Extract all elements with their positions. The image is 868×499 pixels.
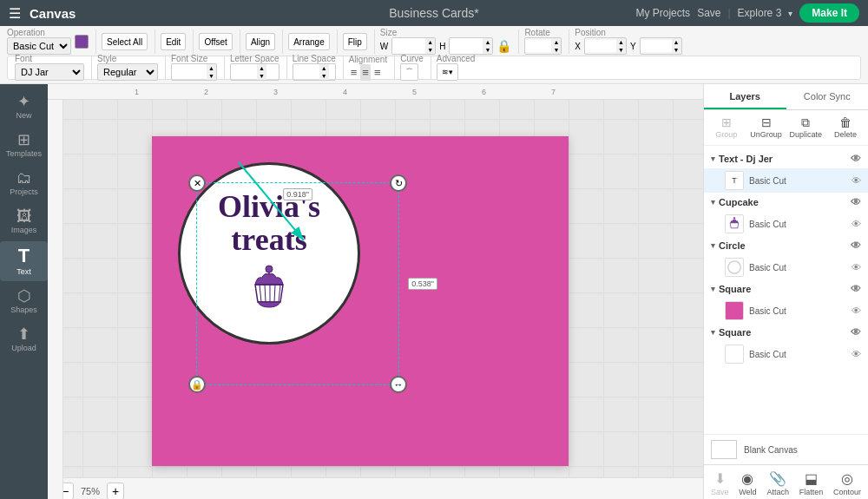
letter-space-up[interactable]: ▲ (257, 64, 266, 72)
layer-item-text-basic-cut[interactable]: T Basic Cut 👁 (704, 168, 868, 193)
width-up[interactable]: ▲ (425, 38, 435, 46)
layer-group-cupcake[interactable]: ▾ Cupcake 👁 (704, 193, 868, 212)
sidebar-item-projects[interactable]: 🗂 Projects (0, 165, 48, 201)
height-down[interactable]: ▼ (483, 46, 492, 54)
x-up[interactable]: ▲ (616, 38, 626, 46)
attach-button[interactable]: 📎 Attach (765, 470, 791, 498)
style-select[interactable]: Regular (97, 63, 158, 81)
rotate-up[interactable]: ▲ (551, 38, 561, 46)
ungroup-button[interactable]: ⊟ UnGroup (747, 114, 786, 141)
duplicate-button[interactable]: ⧉ Duplicate (787, 114, 825, 141)
layer-group-circle[interactable]: ▾ Circle 👁 (704, 236, 868, 255)
group-button[interactable]: ⊞ Group (707, 114, 746, 141)
explore-btn[interactable]: Explore 3 (738, 7, 782, 19)
square1-layer-name: Square (719, 284, 851, 294)
align-right-btn[interactable]: ≡ (372, 64, 383, 81)
layer-item-square1-basic-cut[interactable]: Basic Cut 👁 (704, 299, 868, 323)
align-left-btn[interactable]: ≡ (349, 64, 359, 81)
width-down[interactable]: ▼ (425, 46, 435, 54)
circle-layer-eye[interactable]: 👁 (851, 240, 861, 252)
font-size-down[interactable]: ▼ (207, 72, 216, 80)
circle-item-eye[interactable]: 👁 (852, 262, 861, 272)
curve-btn[interactable]: ⌒ (400, 63, 418, 81)
rotate-down[interactable]: ▼ (551, 46, 561, 54)
line-space-input[interactable]: 3 (293, 66, 319, 78)
flip-button[interactable]: Flip (343, 33, 367, 50)
layer-item-cupcake-basic-cut[interactable]: Basic Cut 👁 (704, 212, 868, 236)
sidebar-item-shapes[interactable]: ⬡ Shapes (0, 283, 48, 319)
width-input[interactable]: 0.918 (392, 37, 425, 55)
cupcake-layer-eye[interactable]: 👁 (851, 196, 861, 208)
text-item-eye[interactable]: 👁 (852, 175, 861, 186)
square1-item-eye[interactable]: 👁 (852, 305, 861, 316)
sidebar-item-templates[interactable]: ⊞ Templates (0, 127, 48, 163)
save-bottom-button[interactable]: ⬇ Save (709, 470, 731, 498)
align-button[interactable]: Align (246, 33, 275, 50)
handle-top-right[interactable]: ↻ (390, 174, 407, 192)
align-center-btn[interactable]: ≡ (360, 64, 371, 81)
tab-color-sync[interactable]: Color Sync (786, 84, 869, 109)
sidebar-item-images[interactable]: 🖼 Images (0, 203, 48, 240)
handle-bottom-right[interactable]: ↔ (390, 376, 407, 393)
sidebar-item-text[interactable]: T Text (0, 241, 48, 281)
layer-group-square1[interactable]: ▾ Square 👁 (704, 279, 868, 299)
x-input[interactable]: 3.771 (585, 40, 616, 52)
handle-bottom-left[interactable]: 🔒 (188, 376, 206, 393)
advanced-btn[interactable]: ≋▾ (437, 63, 458, 81)
line-space-up[interactable]: ▲ (319, 64, 329, 72)
font-size-input[interactable]: 17.77 (172, 66, 207, 78)
select-all-button[interactable]: Select All (102, 33, 148, 50)
circle-element[interactable]: ✕ ↻ 🔒 ↔ 0.918" 0.538" Olivia's treats (178, 162, 360, 345)
zoom-in-button[interactable]: + (107, 483, 124, 500)
canvas-area[interactable]: 1 2 3 4 5 6 7 ✕ ↻ 🔒 ↔ (48, 84, 703, 499)
y-down[interactable]: ▼ (672, 46, 681, 54)
operation-select[interactable]: Basic Cut (7, 37, 71, 55)
ungroup-label: UnGroup (750, 130, 782, 139)
x-down[interactable]: ▼ (616, 46, 626, 54)
height-input[interactable]: 0.538 (450, 37, 483, 55)
edit-button[interactable]: Edit (161, 33, 186, 50)
y-input[interactable]: 3.463 (641, 40, 672, 52)
layer-item-circle-basic-cut[interactable]: Basic Cut 👁 (704, 255, 868, 279)
weld-button[interactable]: ◉ Weld (737, 470, 758, 498)
height-up[interactable]: ▲ (483, 38, 492, 46)
square2-layer-eye[interactable]: 👁 (851, 326, 861, 338)
delete-label: Delete (834, 130, 857, 139)
my-projects-btn[interactable]: My Projects (635, 7, 690, 19)
design-card[interactable]: ✕ ↻ 🔒 ↔ 0.918" 0.538" Olivia's treats (152, 136, 569, 466)
letter-space-down[interactable]: ▼ (257, 72, 266, 80)
offset-button[interactable]: Offset (199, 33, 233, 50)
new-icon: ✦ (17, 94, 30, 109)
font-size-up[interactable]: ▲ (207, 64, 216, 72)
line-space-down[interactable]: ▼ (319, 72, 329, 80)
rotate-input[interactable]: 0 (525, 40, 551, 52)
font-select[interactable]: DJ Jar (15, 63, 84, 81)
handle-top-left[interactable]: ✕ (188, 174, 206, 192)
layer-group-square2[interactable]: ▾ Square 👁 (704, 323, 868, 342)
arrange-button[interactable]: Arrange (288, 33, 330, 50)
square1-layer-eye[interactable]: 👁 (851, 283, 861, 295)
advanced-group: Advanced ≋▾ (437, 56, 482, 79)
ungroup-icon: ⊟ (761, 116, 772, 128)
text-layer-eye[interactable]: 👁 (851, 153, 861, 165)
layer-item-square2-basic-cut[interactable]: Basic Cut 👁 (704, 342, 868, 366)
letter-space-input[interactable]: 1.2 (231, 66, 257, 78)
flatten-button[interactable]: ⬓ Flatten (798, 470, 825, 498)
color-swatch[interactable] (75, 35, 89, 49)
save-btn[interactable]: Save (697, 7, 720, 19)
delete-button[interactable]: 🗑 Delete (826, 114, 865, 141)
make-it-button[interactable]: Make It (799, 3, 859, 23)
hamburger-icon[interactable]: ☰ (9, 5, 21, 22)
square2-item-eye[interactable]: 👁 (852, 349, 861, 359)
w-label: W (380, 42, 388, 51)
attach-icon: 📎 (769, 472, 786, 486)
layer-group-text[interactable]: ▾ Text - Dj Jer 👁 (704, 149, 868, 168)
cupcake-item-eye[interactable]: 👁 (852, 219, 861, 229)
y-input-group: 3.463 ▲▼ (640, 37, 682, 55)
y-up[interactable]: ▲ (672, 38, 681, 46)
sidebar-item-upload[interactable]: ⬆ Upload (0, 321, 48, 358)
lock-aspect-icon[interactable]: 🔒 (496, 39, 511, 53)
tab-layers[interactable]: Layers (704, 84, 786, 109)
sidebar-item-new[interactable]: ✦ New (0, 89, 48, 125)
contour-button[interactable]: ◎ Contour (832, 470, 863, 498)
